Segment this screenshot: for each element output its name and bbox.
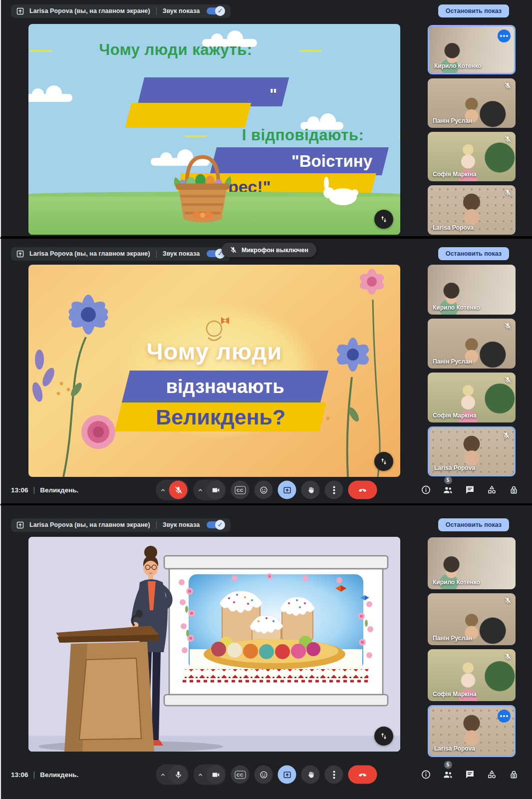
emoji-icon <box>259 770 268 779</box>
participants-button[interactable]: 5 <box>443 770 453 780</box>
end-call-icon <box>357 484 368 495</box>
activities-button[interactable] <box>487 485 497 495</box>
chat-button[interactable] <box>465 770 475 780</box>
participant-tile-ruslan[interactable]: Панін Руслан <box>428 593 516 645</box>
present-screen-button[interactable] <box>278 481 296 499</box>
meeting-panels-icons: 5 <box>421 770 519 780</box>
chevron-up-icon <box>160 486 167 493</box>
meeting-details-button[interactable] <box>421 485 431 495</box>
host-controls-button[interactable] <box>509 770 519 780</box>
call-controls: CC <box>156 765 377 785</box>
participant-tile-ruslan[interactable]: Панін Руслан <box>428 78 516 128</box>
host-controls-button[interactable] <box>509 485 519 495</box>
stop-presenting-button[interactable]: Остановить показ <box>438 518 509 531</box>
more-options-button[interactable] <box>325 766 343 784</box>
reactions-button[interactable] <box>255 481 273 499</box>
mic-mute-button[interactable] <box>169 481 188 499</box>
present-icon <box>282 485 291 494</box>
captions-button[interactable]: CC <box>231 766 250 784</box>
shared-slide-why-easter: Чому люди відзначають Великдень? <box>28 265 400 477</box>
chevron-up-icon <box>160 771 167 778</box>
activities-icon <box>487 770 497 780</box>
end-call-icon <box>357 769 368 780</box>
present-screen-button[interactable] <box>278 766 296 784</box>
participant-name: Larisa Popova <box>434 745 475 752</box>
resize-shared-content-button[interactable] <box>374 210 393 229</box>
presenter-label: Larisa Popova (вы, на главном экране) <box>29 250 150 257</box>
participant-name: Larisa Popova <box>434 464 475 471</box>
stop-presenting-button[interactable]: Остановить показ <box>438 4 509 17</box>
camera-button[interactable] <box>207 766 225 784</box>
participant-tile-kyrylo[interactable]: Кирило Котенко <box>428 25 516 74</box>
resize-shared-content-button[interactable] <box>374 727 393 746</box>
participant-name: Кирило Котенко <box>434 62 482 69</box>
yellow-banner <box>125 103 251 128</box>
mic-muted-icon <box>504 597 512 604</box>
slide-subtitle: І відповідають: <box>213 126 393 144</box>
participant-tile-larisa[interactable]: Larisa Popova <box>428 185 516 235</box>
camera-options-chevron[interactable] <box>195 766 207 783</box>
stop-presenting-button[interactable]: Остановить показ <box>438 247 509 260</box>
call-toolbar: 13:06 | Великдень. CC 5 <box>1 479 532 500</box>
raise-hand-button[interactable] <box>301 481 320 499</box>
mic-muted-icon <box>504 82 512 89</box>
presentation-topbar: Larisa Popova (вы, на главном экране) Зв… <box>11 3 522 18</box>
presenter-label: Larisa Popova (вы, на главном экране) <box>29 521 150 528</box>
participant-tile-kyrylo[interactable]: Кирило Котенко <box>428 537 516 589</box>
mic-options-chevron[interactable] <box>157 481 169 498</box>
meet-window-middle: Larisa Popova (вы, на главном экране) Зв… <box>0 239 532 505</box>
mic-muted-icon <box>504 322 512 330</box>
participants-rail: Кирило Котенко Панін Руслан Софія Маркін… <box>428 25 516 239</box>
presenter-chip: Larisa Popova (вы, на главном экране) Зв… <box>11 518 231 532</box>
toggle-check-icon: ✓ <box>215 520 225 530</box>
captions-button[interactable]: CC <box>231 481 250 499</box>
participant-tile-ruslan[interactable]: Панін Руслан <box>428 319 516 369</box>
sound-toggle[interactable]: ✓ <box>207 7 224 14</box>
tile-menu-button[interactable] <box>498 710 511 723</box>
participant-tile-sofia[interactable]: Софія Маркіна <box>428 132 516 181</box>
clock-time: 13:06 <box>11 486 28 494</box>
mic-button[interactable] <box>169 766 188 784</box>
participant-name: Кирило Котенко <box>433 579 480 586</box>
meeting-details-button[interactable] <box>421 770 431 780</box>
camera-options-chevron[interactable] <box>195 481 207 498</box>
meeting-info: 13:06 | Великдень. <box>11 486 78 494</box>
camera-button[interactable] <box>207 481 225 499</box>
participant-tile-larisa[interactable]: Larisa Popova <box>428 426 516 476</box>
sound-toggle[interactable]: ✓ <box>207 250 224 257</box>
activities-button[interactable] <box>487 770 497 780</box>
reactions-button[interactable] <box>255 766 273 784</box>
mic-options-chevron[interactable] <box>157 766 169 783</box>
participant-tile-sofia[interactable]: Софія Маркіна <box>428 373 516 422</box>
participant-name: Панін Руслан <box>433 117 472 124</box>
resize-shared-content-button[interactable] <box>374 452 393 471</box>
participant-tile-kyrylo[interactable]: Кирило Котенко <box>428 265 516 315</box>
shared-slide-presenter-cartoon <box>28 537 400 752</box>
people-icon <box>443 770 453 780</box>
meeting-panels-icons: 5 <box>421 485 519 495</box>
participant-tile-larisa[interactable]: Larisa Popova <box>428 705 516 757</box>
captions-icon: CC <box>235 486 246 494</box>
mic-muted-icon <box>230 246 237 254</box>
toggle-check-icon: ✓ <box>215 6 225 16</box>
end-call-button[interactable] <box>348 766 377 784</box>
chat-icon <box>465 485 475 495</box>
presenter-chip: Larisa Popova (вы, на главном экране) Зв… <box>11 247 231 261</box>
sound-toggle[interactable]: ✓ <box>207 521 224 528</box>
meeting-info: 13:06 | Великдень. <box>11 771 78 779</box>
participants-button[interactable]: 5 <box>443 485 453 495</box>
info-icon <box>421 770 431 780</box>
more-options-button[interactable] <box>325 481 343 499</box>
chat-button[interactable] <box>465 485 475 495</box>
mic-muted-icon <box>174 485 183 494</box>
chat-icon <box>465 770 475 780</box>
chevron-up-icon <box>197 486 204 493</box>
end-call-button[interactable] <box>348 481 377 499</box>
participant-name: Софія Маркіна <box>433 691 477 698</box>
tile-menu-button[interactable] <box>498 29 511 42</box>
participant-count-badge: 5 <box>444 761 452 769</box>
mic-control-group <box>156 765 189 785</box>
participant-tile-sofia[interactable]: Софія Маркіна <box>428 649 516 701</box>
raise-hand-button[interactable] <box>301 766 320 784</box>
chevron-up-icon <box>197 771 204 778</box>
